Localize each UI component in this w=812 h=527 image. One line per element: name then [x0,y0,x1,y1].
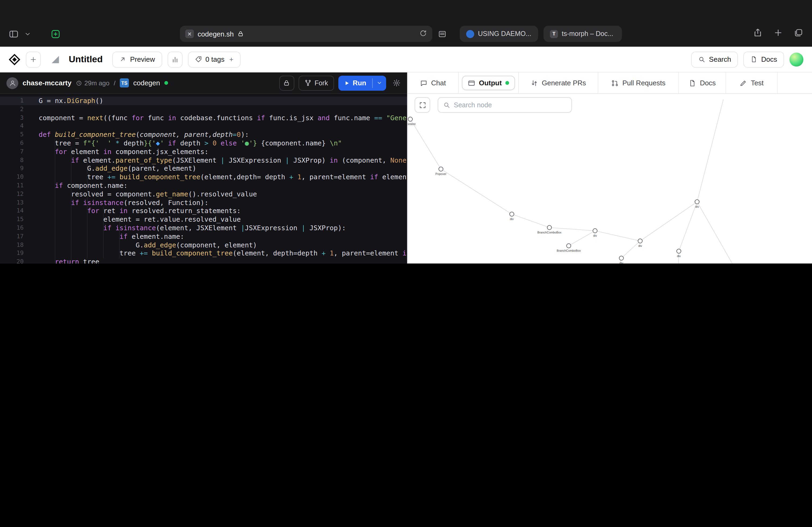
code-line[interactable]: 8 if element.parent_of_type(JSXElement |… [0,156,407,165]
run-button[interactable]: Run [338,75,386,90]
tab-output[interactable]: Output [459,73,519,93]
page-title: Untitled [69,54,103,65]
sidebar-toggle-icon[interactable] [9,29,19,39]
line-number: 7 [0,148,27,156]
indent-guide [119,215,120,258]
doc-icon [688,79,696,87]
code-line[interactable]: 3component = next((func for func in code… [0,114,407,122]
graph-node-div[interactable] [593,228,597,233]
tab-label: Test [751,79,764,87]
status-dot [164,81,168,85]
code-line[interactable]: 10 tree += build_component_tree(element,… [0,173,407,181]
code-line[interactable]: 1G = nx.DiGraph() [0,96,407,105]
search-button[interactable]: Search [691,51,738,67]
tab-overview-icon[interactable] [794,28,803,40]
code-line[interactable]: 7 for element in component.jsx_elements: [0,148,407,156]
browser-tab-2[interactable]: T ts-morph – Doc... [543,26,622,42]
docs-button[interactable]: Docs [743,51,784,67]
tab-pull-requests[interactable]: Pull Requests [598,73,679,93]
indent-guide [87,156,88,258]
add-button[interactable] [26,51,41,67]
graph-node-label: div [593,234,597,237]
code-line[interactable]: 17 if element.name: [0,232,407,241]
code-line[interactable]: 13 if isinstance(resolved, Function): [0,198,407,207]
extension-icon[interactable] [50,29,61,39]
project-name: codegen [133,79,160,87]
code-line[interactable]: 6 tree = f"{' ' * depth}{'◆' if depth > … [0,139,407,148]
line-number: 6 [0,139,27,148]
ramp-icon [50,55,60,64]
graph-node-label: div [620,261,623,264]
line-number: 20 [0,258,27,264]
refresh-icon[interactable] [419,29,427,39]
tab-bar-filler [778,73,812,93]
fullscreen-button[interactable] [415,97,430,113]
code-line[interactable]: 9 G.add_edge(parent, element) [0,165,407,173]
code-line[interactable]: 19 tree += build_component_tree(element,… [0,249,407,258]
clock-icon [76,80,82,86]
tab-label: ts-morph – Doc... [562,30,613,37]
graph-node-div[interactable] [509,212,514,216]
graph-node-Content[interactable] [408,117,413,122]
graph-node-div[interactable] [619,256,624,260]
graph-toolbar [415,97,572,113]
line-number: 9 [0,165,27,173]
graph-canvas[interactable]: ContentPopoverdivBranchComboBoxdivBranch… [408,94,812,264]
output-tab-bar: Chat Output Generate PRs [408,73,812,94]
chevron-down-icon[interactable] [24,30,31,37]
node-search-input[interactable] [454,101,567,109]
tab-chat[interactable]: Chat [408,73,459,93]
tab-generate-prs[interactable]: Generate PRs [519,73,598,93]
tab-test[interactable]: Test [726,73,778,93]
graph-node-Popover[interactable] [438,167,443,171]
output-panel: Chat Output Generate PRs [407,73,812,264]
graph-node-div[interactable] [638,239,642,243]
browser-tab-1[interactable]: USING DAEMO... [460,26,538,42]
new-tab-icon[interactable] [773,28,783,40]
add-tag-label[interactable]: + [229,55,233,63]
user-avatar[interactable] [789,52,803,66]
tab-favicon [466,30,474,38]
code-line[interactable]: 20 return tree [0,258,407,264]
reader-icon[interactable] [438,29,447,39]
graph-node-BranchComboBox[interactable] [547,225,552,230]
tab-label: Pull Requests [622,79,665,87]
graph-node-BranchComboBox[interactable] [566,243,571,248]
line-number: 17 [0,232,27,241]
graph-node-div[interactable] [677,249,681,254]
code-line[interactable]: 16 if isinstance(element, JSXElement |JS… [0,224,407,232]
line-number: 5 [0,131,27,139]
tab-label: Docs [700,79,715,87]
graph-edges [408,94,812,264]
code-line[interactable]: 4 [0,122,407,131]
graph-node-label: div [510,217,514,221]
preview-button[interactable]: Preview [113,51,162,67]
lock-button[interactable] [279,75,294,90]
settings-gear-icon[interactable] [393,79,401,87]
code-line[interactable]: 12 resolved = component.get_name().resol… [0,190,407,199]
url-bar[interactable]: ✕ codegen.sh [180,26,432,42]
line-number: 11 [0,181,27,190]
share-icon[interactable] [753,28,763,40]
generate-prs-icon [531,79,538,87]
chart-button[interactable] [167,51,182,67]
author-avatar[interactable] [6,77,18,89]
run-dropdown[interactable] [373,75,386,90]
line-number: 12 [0,190,27,199]
tags-button[interactable]: 0 tags + [188,51,240,67]
graph-node-div[interactable] [695,199,699,204]
typescript-badge: TS [120,78,129,88]
codegen-logo-icon[interactable] [9,54,20,65]
code-line[interactable]: 14 for ret in resolved.return_statements… [0,207,407,215]
code-line[interactable]: 15 element = ret.value.resolved_value [0,215,407,224]
code-editor[interactable]: 1G = nx.DiGraph()23component = next((fun… [0,94,407,264]
code-line[interactable]: 2 [0,105,407,114]
tab-docs[interactable]: Docs [679,73,726,93]
window-icon [467,79,475,87]
site-favicon: ✕ [185,30,194,38]
code-line[interactable]: 18 G.add_edge(component, element) [0,241,407,249]
code-line[interactable]: 5def build_component_tree(component, par… [0,131,407,139]
code-line[interactable]: 11 if component.name: [0,181,407,190]
fork-button[interactable]: Fork [298,75,334,90]
fork-label: Fork [315,79,328,87]
